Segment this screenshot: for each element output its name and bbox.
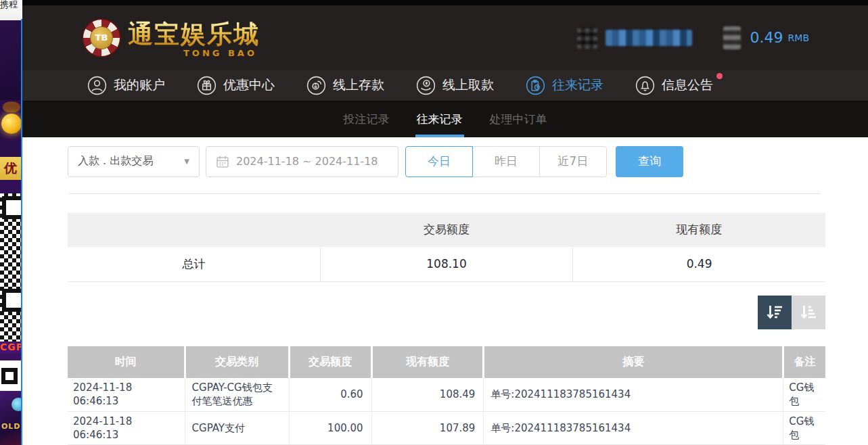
username-redacted xyxy=(606,30,692,46)
records-header-row: 时间 交易类别 交易额度 现有额度 摘要 备注 xyxy=(68,346,825,378)
qr-marker-icon xyxy=(1,368,18,384)
qr-code-fragment-2 xyxy=(0,360,21,391)
col-header-summary: 摘要 xyxy=(484,346,783,378)
summary-total-label: 总计 xyxy=(68,247,320,282)
quick-filter-yesterday[interactable]: 昨日 xyxy=(472,146,540,177)
summary-total-balance: 0.49 xyxy=(573,247,825,282)
gold-coin-banner-fragment xyxy=(0,100,21,157)
summary-total-row: 总计 108.10 0.49 xyxy=(68,247,825,282)
cell-time: 2024-11-18 06:46:13 xyxy=(68,411,185,445)
content-area: 入款 . 出款交易 ▼ 2024-11-18 ~ 2024-11-18 今日 昨… xyxy=(22,137,868,445)
tab-label: 往来记录 xyxy=(417,112,463,127)
logo-title: 通宝娱乐城 xyxy=(128,18,260,51)
sort-descending-button[interactable] xyxy=(758,296,792,329)
user-icon xyxy=(87,76,107,95)
qr-code-fragment xyxy=(0,193,21,342)
nav-item-transaction-records[interactable]: 往来记录 xyxy=(526,76,603,95)
quick-filter-last7days[interactable]: 近7日 xyxy=(539,146,607,177)
cell-balance: 108.49 xyxy=(371,378,484,411)
cell-amount: 100.00 xyxy=(289,411,371,445)
calendar-icon xyxy=(216,155,229,168)
nav-label: 信息公告 xyxy=(662,76,713,94)
transaction-type-value: 入款 . 出款交易 xyxy=(78,154,153,168)
notification-badge-dot xyxy=(716,73,723,79)
nav-item-withdraw[interactable]: 线上取款 xyxy=(416,76,494,95)
summary-total-trade-amount: 108.10 xyxy=(320,247,572,282)
background-banner-purple-3 xyxy=(0,353,21,360)
promo-char: 优 xyxy=(4,160,17,177)
background-window-strip: 携程 优 CGP OLD xyxy=(0,0,21,445)
sort-descending-icon xyxy=(764,302,785,323)
quick-filter-today[interactable]: 今日 xyxy=(405,146,473,177)
logo-subtitle: TONG BAO xyxy=(128,48,260,58)
records-table: 时间 交易类别 交易额度 现有额度 摘要 备注 2024-11-18 06:46… xyxy=(68,346,825,445)
gold-coin-icon xyxy=(1,114,21,134)
tab-bar: 投注记录 往来记录 处理中订单 xyxy=(22,101,868,137)
user-avatar-redacted xyxy=(577,27,597,49)
records-icon xyxy=(526,76,545,95)
nav-item-deposit[interactable]: 线上存款 xyxy=(306,76,384,95)
quick-filter-group: 今日 昨日 近7日 xyxy=(405,146,607,177)
summary-header-trade-amount: 交易额度 xyxy=(320,213,572,247)
tab-pending-orders[interactable]: 处理中订单 xyxy=(488,101,549,137)
balance-amount: 0.49 xyxy=(750,29,783,46)
filter-row: 入款 . 出款交易 ▼ 2024-11-18 ~ 2024-11-18 今日 昨… xyxy=(68,146,825,177)
cell-summary: 单号:202411183785161434 xyxy=(484,378,783,411)
background-banner-purple-2 xyxy=(0,180,21,193)
table-row: 2024-11-18 06:46:13 CGPAY-CG钱包支付笔笔送优惠 0.… xyxy=(68,378,825,411)
tab-label: 处理中订单 xyxy=(490,112,547,127)
cell-type: CGPAY-CG钱包支付笔笔送优惠 xyxy=(185,378,289,411)
game-art-fragment: OLD xyxy=(0,391,21,445)
col-header-type: 交易类别 xyxy=(185,346,289,378)
col-header-note: 备注 xyxy=(783,346,825,378)
tab-bet-records[interactable]: 投注记录 xyxy=(342,101,391,137)
site-header: TB 通宝娱乐城 TONG BAO 0.49 RMB xyxy=(22,5,868,70)
cell-note: CG钱包 xyxy=(783,411,825,445)
site-logo[interactable]: TB 通宝娱乐城 TONG BAO xyxy=(82,18,260,58)
nav-item-announcements[interactable]: 信息公告 xyxy=(635,76,713,95)
nav-item-my-account[interactable]: 我的账户 xyxy=(87,76,165,95)
bell-icon xyxy=(635,76,655,95)
sort-ascending-icon xyxy=(798,302,819,323)
cell-balance: 107.89 xyxy=(371,411,484,445)
background-window-title: 携程 xyxy=(0,0,21,20)
cgp-text: CGP xyxy=(0,342,21,352)
nav-label: 优惠中心 xyxy=(223,76,275,94)
cell-amount: 0.60 xyxy=(289,378,371,411)
sort-controls xyxy=(22,296,825,329)
cell-type: CGPAY支付 xyxy=(185,411,289,445)
nav-item-promotions[interactable]: 优惠中心 xyxy=(197,76,275,95)
summary-header-empty xyxy=(68,213,320,247)
nav-label: 线上存款 xyxy=(333,76,384,94)
game-art-circle xyxy=(12,398,21,411)
logo-text: 通宝娱乐城 TONG BAO xyxy=(128,18,260,58)
chevron-down-icon: ▼ xyxy=(184,158,189,165)
col-header-amount: 交易额度 xyxy=(289,346,371,378)
cell-summary: 单号:202411183785161434 xyxy=(484,411,783,445)
logo-chip-icon: TB xyxy=(82,18,121,57)
main-nav: 我的账户 优惠中心 线上存款 线上取款 往来记录 信息公告 xyxy=(22,70,868,101)
withdraw-icon xyxy=(416,76,436,95)
nav-label: 我的账户 xyxy=(114,76,165,94)
col-header-balance: 现有额度 xyxy=(371,346,484,378)
sort-ascending-button[interactable] xyxy=(792,296,825,329)
background-window-title-text: 携程 xyxy=(0,0,18,9)
cgp-label-fragment: CGP xyxy=(0,342,21,353)
tab-label: 投注记录 xyxy=(344,112,390,127)
date-range-input[interactable]: 2024-11-18 ~ 2024-11-18 xyxy=(206,146,398,177)
deposit-icon xyxy=(306,76,326,95)
wallet-icon-redacted xyxy=(723,26,741,49)
user-area: 0.49 RMB xyxy=(577,26,809,49)
balance-currency: RMB xyxy=(788,32,809,43)
cell-time: 2024-11-18 06:46:13 xyxy=(68,378,185,411)
game-art-text: OLD xyxy=(1,422,21,431)
nav-label: 线上取款 xyxy=(442,76,494,94)
search-button[interactable]: 查询 xyxy=(616,146,683,177)
tab-transaction-records[interactable]: 往来记录 xyxy=(415,101,464,137)
summary-table: 交易额度 现有额度 总计 108.10 0.49 xyxy=(68,213,825,283)
cell-note: CG钱包 xyxy=(783,378,825,411)
titlebar-strip xyxy=(22,0,868,5)
transaction-type-select[interactable]: 入款 . 出款交易 ▼ xyxy=(68,146,200,177)
page-root: 携程 优 CGP OLD TB 通宝娱乐城 TONG BAO xyxy=(0,0,868,445)
gift-icon xyxy=(197,76,216,95)
